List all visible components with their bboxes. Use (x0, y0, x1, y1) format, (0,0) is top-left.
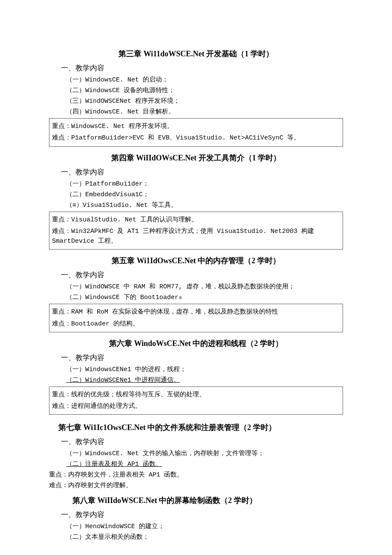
chapter-7-heading: 一、教学内容 (61, 437, 343, 447)
chapter-7-difficulty: 难点：内存映射文件的理解。 (49, 481, 343, 489)
chapter-6-keypoint: 重点：线程的优先级；线程等待与互斥、互锁的处理。 (52, 390, 340, 400)
chapter-7-keypoint: 重点：内存映射文件，注册表相关 AP1 函数。 (49, 471, 343, 479)
chapter-6-item: （二）WindoWSCENe1 中进程间通信。 (66, 376, 343, 384)
chapter-3-item: （三）WindOWSCENet 程序开发环境； (66, 97, 343, 105)
chapter-6-difficulty: 难点：进程间通信的处理方式。 (52, 401, 340, 411)
chapter-5-item: （一）WindOWSCE 中 RAM 和 ROM77, 虚存，堆，栈以及静态数据… (66, 282, 343, 291)
chapter-3-item: （二）WindowsCE 设备的电源特性； (66, 86, 343, 94)
chapter-3-heading: 一、教学内容 (61, 63, 343, 73)
chapter-3-keypoint: 重点：WindowsCE. Net 程序开发环境。 (52, 122, 340, 131)
chapter-6-heading: 一、教学内容 (61, 353, 343, 363)
chapter-5-keypoint: 重点：RAM 和 RoM 在实际设备中的体现，虚存，堆，栈以及静态数据块的特性 (52, 307, 340, 317)
chapter-4-box: 重点：VisualStudio. Net 工具的认识与理解。 难点：Win32A… (49, 212, 343, 250)
chapter-5-heading: 一、教学内容 (61, 270, 343, 280)
chapter-7-item: （二）注册表及相关 AP1 函数。 (66, 460, 343, 468)
chapter-6-title: 第六章 WindoWsCE.Net 中的进程和线程（2 学时） (49, 338, 343, 349)
chapter-3-item: （四）WindowsCE. Net 目录解析。 (66, 108, 343, 116)
chapter-7-item: （一）WindowsCE. Net 文件的输入输出，内存映射，文件管理等； (66, 449, 343, 457)
chapter-6-box: 重点：线程的优先级；线程等待与互斥、互锁的处理。 难点：进程间通信的处理方式。 (49, 386, 343, 415)
chapter-4-item: （二）EmbeddedVisua1C； (66, 190, 343, 198)
chapter-7-title: 第七章 Wi1Ic1OwsCE.Net 中的文件系统和注册表管理（2 学时） (49, 422, 343, 433)
chapter-3-difficulty: 难点：P1atformBui1der>EVC 和 EVB、Visua1Studi… (52, 133, 340, 143)
chapter-3-item: （一）WindowsCE. Net 的启动； (66, 76, 343, 84)
chapter-5-box: 重点：RAM 和 RoM 在实际设备中的体现，虚存，堆，栈以及静态数据块的特性 … (49, 304, 343, 332)
chapter-4-item: （≡）Visua1S1udio. Net 等工具。 (66, 201, 343, 209)
chapter-8-heading: 一、教学内容 (61, 510, 343, 520)
chapter-4-item: （一）P1atformBui1der； (66, 180, 343, 188)
chapter-5-title: 第五章 Wi1IdOwsCE.Net 中的内存管理（2 学时） (49, 256, 343, 266)
chapter-5-difficulty: 难点：Boot1oader 的结构。 (52, 319, 340, 329)
chapter-3-box: 重点：WindowsCE. Net 程序开发环境。 难点：P1atformBui… (49, 118, 343, 147)
chapter-4-difficulty: 难点：Win32APkMFC 及 AT1 三种程序设计方式；使用 Visua1S… (52, 227, 340, 247)
chapter-3-title: 第三章 Wi11doWSCE.Net 开发基础（1 学时） (49, 49, 343, 59)
chapter-5-item: （二）WindowsCE 下的 Boot1oader₀ (66, 293, 343, 301)
chapter-4-keypoint: 重点：VisualStudio. Net 工具的认识与理解。 (52, 215, 340, 225)
page: 第三章 Wi11doWSCE.Net 开发基础（1 学时） 一、教学内容 （一）… (0, 0, 392, 555)
chapter-8-item: （二）文本显示相关的函数； (66, 533, 343, 541)
chapter-8-title: 第八章 WiIIdoWSCE.Net 中的屏幕绘制函数（2 学时） (49, 495, 343, 506)
chapter-4-heading: 一、教学内容 (61, 167, 343, 177)
chapter-4-title: 第四章 WiIIdOWsCE.Net 开发工具简介（1 学时） (49, 153, 343, 163)
chapter-8-item: （一）HenoWindoWSCE 的建立； (66, 522, 343, 530)
chapter-6-item: （一）WindowsCENe1 中的进程，线程； (66, 365, 343, 373)
